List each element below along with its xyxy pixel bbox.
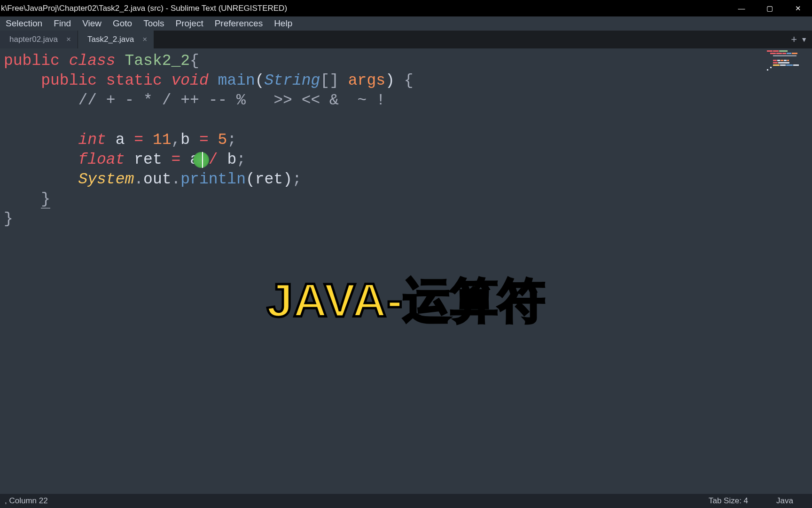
menubar: Selection Find View Goto Tools Project P… — [0, 16, 812, 31]
menu-preferences[interactable]: Preferences — [209, 17, 268, 30]
status-position[interactable]: , Column 22 — [5, 496, 709, 506]
minimize-button[interactable]: — — [727, 0, 756, 16]
new-tab-icon[interactable]: + — [791, 33, 797, 46]
tabbar-actions: + ▼ — [791, 31, 812, 48]
code-line: System.out.println(ret); — [4, 170, 793, 190]
menu-goto[interactable]: Goto — [107, 17, 138, 30]
menu-selection[interactable]: Selection — [0, 17, 48, 30]
text-cursor — [202, 152, 203, 168]
code-line: public class Task2_2{ — [4, 51, 793, 71]
code-line: public static void main(String[] args) { — [4, 71, 793, 91]
code-line: float ret = a / b; — [4, 150, 793, 170]
code-line: } — [4, 209, 793, 229]
code-line: // + - * / ++ -- % >> << & ~ ! — [4, 91, 793, 111]
menu-help[interactable]: Help — [268, 17, 298, 30]
tab-chapter02[interactable]: hapter02.java × — [0, 31, 78, 48]
menu-tools[interactable]: Tools — [138, 17, 170, 30]
maximize-button[interactable]: ▢ — [756, 0, 784, 16]
code-line — [4, 111, 793, 130]
tab-close-icon[interactable]: × — [66, 35, 71, 44]
editor-area[interactable]: public class Task2_2{ public static void… — [0, 48, 812, 494]
overlay-caption: JAVA-运算符 — [266, 270, 545, 333]
code-line: } — [4, 190, 793, 209]
tab-label: hapter02.java — [9, 35, 58, 44]
code-editor[interactable]: public class Task2_2{ public static void… — [4, 51, 793, 229]
menu-view[interactable]: View — [77, 17, 107, 30]
tab-label: Task2_2.java — [87, 35, 134, 44]
titlebar: k\Free\JavaProj\Chapter02\Task2_2.java (… — [0, 0, 812, 16]
tabbar: hapter02.java × Task2_2.java × + ▼ — [0, 31, 812, 48]
window-controls: — ▢ ✕ — [727, 0, 812, 16]
menu-project[interactable]: Project — [170, 17, 209, 30]
tab-close-icon[interactable]: × — [142, 35, 147, 44]
minimap[interactable] — [767, 50, 809, 97]
status-tabsize[interactable]: Tab Size: 4 — [709, 496, 748, 506]
cursor-indicator-icon — [193, 152, 209, 168]
window-title: k\Free\JavaProj\Chapter02\Task2_2.java (… — [0, 4, 287, 13]
status-language[interactable]: Java — [776, 496, 793, 506]
tab-task2-2[interactable]: Task2_2.java × — [78, 31, 154, 48]
menu-find[interactable]: Find — [48, 17, 77, 30]
close-button[interactable]: ✕ — [784, 0, 812, 16]
tab-dropdown-icon[interactable]: ▼ — [801, 36, 807, 43]
app-window: k\Free\JavaProj\Chapter02\Task2_2.java (… — [0, 0, 812, 508]
statusbar: , Column 22 Tab Size: 4 Java — [0, 494, 812, 508]
code-line: int a = 11,b = 5; — [4, 130, 793, 150]
